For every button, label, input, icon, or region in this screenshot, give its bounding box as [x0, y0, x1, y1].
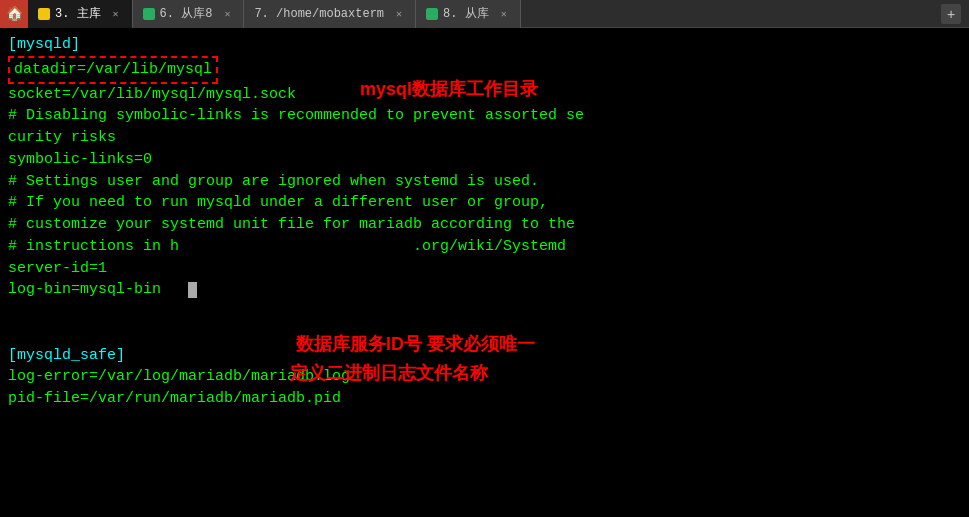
tab-close-1[interactable]: ✕ — [110, 8, 122, 20]
line-settings1: # Settings user and group are ignored wh… — [8, 171, 961, 193]
line-logbin: log-bin=mysql-bin — [8, 279, 961, 301]
line-server-id: server-id=1 — [8, 258, 961, 280]
line-settings3: # customize your systemd unit file for m… — [8, 214, 961, 236]
tab-home[interactable]: 7. /home/mobaxterm ✕ — [244, 0, 416, 28]
line-settings2: # If you need to run mysqld under a diff… — [8, 192, 961, 214]
line-symbolic: symbolic-links=0 — [8, 149, 961, 171]
tab-close-2[interactable]: ✕ — [221, 8, 233, 20]
line-pidfile: pid-file=/var/run/mariadb/mariadb.pid — [8, 388, 961, 410]
tab-slave8[interactable]: 6. 从库8 ✕ — [133, 0, 245, 28]
line-symlinks: # Disabling symbolic-links is recommende… — [8, 105, 961, 127]
line-socket: socket=/var/lib/mysql/mysql.sock — [8, 84, 961, 106]
tab-close-4[interactable]: ✕ — [498, 8, 510, 20]
line-settings4: # instructions in h .org/wiki/Systemd — [8, 236, 961, 258]
app-icon: 🏠 — [0, 0, 28, 28]
line-datadir: datadir=/var/lib/mysql — [8, 56, 961, 84]
tab-bar: 3. 主库 ✕ 6. 从库8 ✕ 7. /home/mobaxterm ✕ 8.… — [28, 0, 933, 28]
datadir-highlighted: datadir=/var/lib/mysql — [8, 56, 218, 84]
line-blank2 — [8, 323, 961, 345]
tab-slave[interactable]: 8. 从库 ✕ — [416, 0, 521, 28]
tab-label-3: 7. /home/mobaxterm — [254, 7, 384, 21]
line-symlinks2: curity risks — [8, 127, 961, 149]
line-mysqld: [mysqld] — [8, 34, 961, 56]
new-tab-button[interactable]: + — [941, 4, 961, 24]
terminal-window[interactable]: [mysqld] datadir=/var/lib/mysql socket=/… — [0, 28, 969, 517]
tab-close-3[interactable]: ✕ — [393, 8, 405, 20]
tab-label-4: 8. 从库 — [443, 5, 489, 22]
tab-main-db[interactable]: 3. 主库 ✕ — [28, 0, 133, 28]
line-mysqld-safe: [mysqld_safe] — [8, 345, 961, 367]
line-blank1 — [8, 301, 961, 323]
tab-icon-2 — [143, 8, 155, 20]
titlebar-actions: + — [933, 4, 969, 24]
tab-icon-1 — [38, 8, 50, 20]
line-logerror: log-error=/var/log/mariadb/mariadb.log — [8, 366, 961, 388]
titlebar: 🏠 3. 主库 ✕ 6. 从库8 ✕ 7. /home/mobaxterm ✕ … — [0, 0, 969, 28]
tab-label-2: 6. 从库8 — [160, 5, 213, 22]
tab-icon-4 — [426, 8, 438, 20]
terminal-cursor — [188, 282, 197, 298]
tab-label-1: 3. 主库 — [55, 5, 101, 22]
